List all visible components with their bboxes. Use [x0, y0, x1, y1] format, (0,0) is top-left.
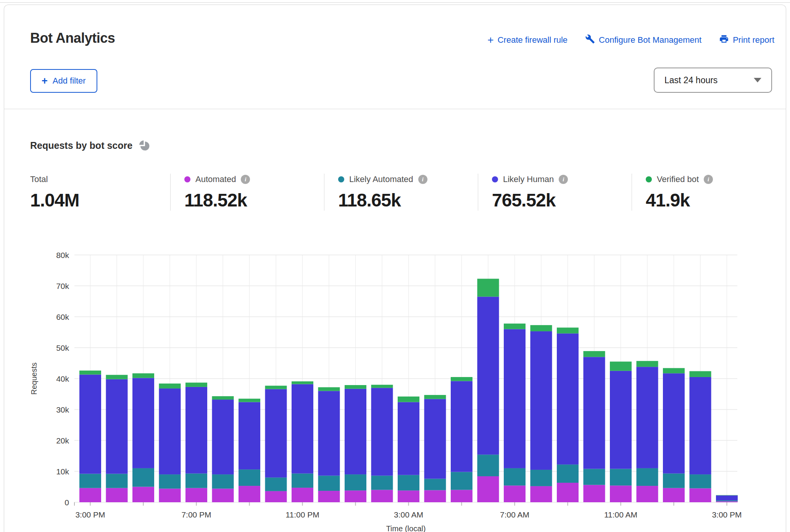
bar-segment[interactable] [663, 488, 685, 502]
bar-segment[interactable] [584, 485, 605, 502]
bar-segment[interactable] [265, 491, 287, 502]
bar-segment[interactable] [345, 389, 366, 474]
bar-segment[interactable] [398, 397, 419, 402]
bar-segment[interactable] [716, 501, 738, 502]
info-icon[interactable]: i [704, 175, 713, 184]
bar-segment[interactable] [318, 491, 340, 502]
stacked-bar-chart[interactable]: 010k20k30k40k50k60k70k80k3:00 PM7:00 PM1… [0, 244, 790, 532]
bar-segment[interactable] [79, 371, 101, 375]
bar-segment[interactable] [557, 464, 579, 483]
bar-segment[interactable] [212, 474, 234, 488]
bar-segment[interactable] [371, 388, 393, 476]
bar-segment[interactable] [159, 488, 181, 502]
bar-segment[interactable] [265, 389, 287, 478]
bar-segment[interactable] [106, 379, 128, 474]
bar-segment[interactable] [132, 487, 154, 503]
bar-segment[interactable] [159, 389, 181, 474]
bar-segment[interactable] [345, 490, 366, 502]
bar-segment[interactable] [398, 490, 419, 502]
bar-segment[interactable] [185, 474, 207, 488]
bar-segment[interactable] [212, 488, 234, 502]
bar-segment[interactable] [663, 373, 685, 473]
bar-segment[interactable] [185, 387, 207, 474]
print-report-link[interactable]: Print report [719, 34, 774, 46]
bar-segment[interactable] [504, 468, 526, 485]
bar-segment[interactable] [371, 490, 393, 502]
bar-segment[interactable] [239, 486, 260, 502]
bar-segment[interactable] [690, 474, 711, 488]
bar-segment[interactable] [716, 495, 738, 500]
bar-segment[interactable] [424, 399, 446, 479]
bar-segment[interactable] [292, 381, 313, 384]
bar-segment[interactable] [637, 486, 658, 502]
bar-segment[interactable] [451, 381, 472, 472]
bar-segment[interactable] [610, 371, 632, 469]
bar-segment[interactable] [557, 327, 579, 333]
bar-segment[interactable] [398, 402, 419, 475]
bar-segment[interactable] [637, 367, 658, 468]
bar-segment[interactable] [345, 385, 366, 389]
bar-segment[interactable] [292, 488, 313, 502]
bar-segment[interactable] [504, 329, 526, 468]
bar-segment[interactable] [159, 474, 181, 488]
bar-segment[interactable] [106, 488, 128, 502]
bar-segment[interactable] [79, 474, 101, 488]
bar-segment[interactable] [584, 357, 605, 469]
configure-bot-management-link[interactable]: Configure Bot Management [585, 34, 701, 46]
bar-segment[interactable] [584, 351, 605, 357]
bar-segment[interactable] [530, 325, 552, 331]
bar-segment[interactable] [530, 486, 552, 502]
bar-segment[interactable] [371, 476, 393, 490]
bar-segment[interactable] [132, 468, 154, 487]
bar-segment[interactable] [371, 385, 393, 388]
bar-segment[interactable] [185, 488, 207, 502]
bar-segment[interactable] [318, 387, 340, 391]
bar-segment[interactable] [610, 361, 632, 371]
bar-segment[interactable] [557, 483, 579, 502]
bar-segment[interactable] [424, 395, 446, 399]
bar-segment[interactable] [159, 384, 181, 389]
bar-segment[interactable] [292, 384, 313, 474]
bar-segment[interactable] [530, 331, 552, 470]
bar-segment[interactable] [239, 402, 260, 470]
bar-segment[interactable] [451, 472, 472, 490]
bar-segment[interactable] [716, 500, 738, 501]
info-icon[interactable]: i [418, 175, 427, 184]
bar-segment[interactable] [79, 488, 101, 502]
bar-segment[interactable] [318, 476, 340, 491]
bar-segment[interactable] [584, 469, 605, 485]
bar-segment[interactable] [79, 374, 101, 474]
requests-by-bot-score-chart[interactable]: 010k20k30k40k50k60k70k80k3:00 PM7:00 PM1… [0, 244, 790, 532]
bar-segment[interactable] [610, 485, 632, 502]
bar-segment[interactable] [477, 297, 499, 455]
bar-segment[interactable] [690, 371, 711, 377]
bar-segment[interactable] [398, 475, 419, 491]
bar-segment[interactable] [637, 361, 658, 367]
bar-segment[interactable] [292, 474, 313, 488]
bar-segment[interactable] [663, 474, 685, 488]
info-icon[interactable]: i [241, 175, 250, 184]
bar-segment[interactable] [345, 474, 366, 490]
bar-segment[interactable] [106, 474, 128, 488]
bar-segment[interactable] [212, 400, 234, 474]
bar-segment[interactable] [451, 490, 472, 502]
create-firewall-rule-link[interactable]: + Create firewall rule [487, 35, 568, 45]
bar-segment[interactable] [239, 469, 260, 486]
bar-segment[interactable] [185, 383, 207, 387]
bar-segment[interactable] [610, 469, 632, 486]
add-filter-button[interactable]: + Add filter [30, 69, 97, 93]
bar-segment[interactable] [212, 396, 234, 400]
bar-segment[interactable] [530, 470, 552, 486]
bar-segment[interactable] [690, 488, 711, 502]
bar-segment[interactable] [504, 324, 526, 329]
bar-segment[interactable] [424, 479, 446, 490]
bar-segment[interactable] [106, 375, 128, 379]
bar-segment[interactable] [637, 468, 658, 486]
bar-segment[interactable] [477, 476, 499, 502]
info-icon[interactable]: i [559, 175, 568, 184]
bar-segment[interactable] [504, 485, 526, 502]
bar-segment[interactable] [132, 378, 154, 468]
bar-segment[interactable] [318, 391, 340, 476]
bar-segment[interactable] [132, 373, 154, 378]
bar-segment[interactable] [265, 386, 287, 389]
